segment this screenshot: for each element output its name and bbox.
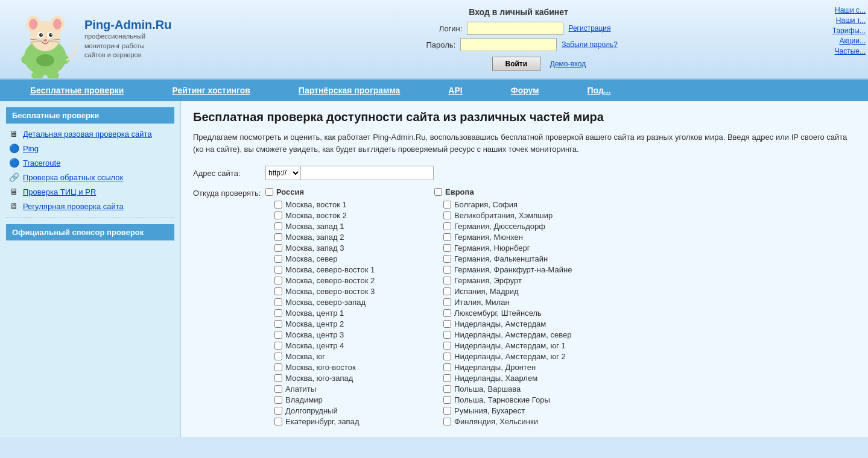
- url-input[interactable]: [301, 166, 434, 180]
- cb-r5[interactable]: [274, 255, 282, 263]
- europe-region-checkbox[interactable]: [434, 188, 442, 196]
- cb-r0[interactable]: [274, 201, 282, 209]
- main: Бесплатные проверки 🖥 Детальная разовая …: [0, 101, 868, 437]
- nav-item-rating[interactable]: Рейтинг хостингов: [148, 80, 274, 101]
- sidebar-link-regular[interactable]: Регулярная проверка сайта: [23, 202, 124, 211]
- cb-e3[interactable]: [443, 233, 451, 241]
- cb-r2[interactable]: [274, 222, 282, 230]
- sidebar-item-backlinks[interactable]: 🔗 Проверка обратных ссылок: [6, 172, 174, 183]
- cb-r11[interactable]: [274, 320, 282, 328]
- check-item-r11: Москва, центр 2: [265, 319, 416, 328]
- cb-r17[interactable]: [274, 385, 282, 393]
- nav-item-free[interactable]: Бесплатные проверки: [6, 80, 148, 101]
- sidebar-item-ping[interactable]: 🔵 Ping: [6, 143, 174, 154]
- sidebar-header: Бесплатные проверки: [6, 107, 174, 124]
- tic-icon: 🖥: [8, 186, 19, 197]
- cb-e17[interactable]: [443, 385, 451, 393]
- check-item-r20: Екатеринбург, запад: [265, 417, 416, 426]
- cb-e4[interactable]: [443, 244, 451, 252]
- cb-e16[interactable]: [443, 374, 451, 382]
- cb-r18[interactable]: [274, 396, 282, 404]
- cb-e8[interactable]: [443, 287, 451, 295]
- cb-e14[interactable]: [443, 353, 451, 360]
- cb-e9[interactable]: [443, 298, 451, 306]
- check-item-r7: Москва, северо-восток 2: [265, 276, 416, 285]
- checkboxes-area: Россия Москва, восток 1 Москва, восток 2…: [265, 187, 585, 428]
- cb-e12[interactable]: [443, 331, 451, 339]
- nav-item-api[interactable]: API: [424, 80, 486, 101]
- right-link-4[interactable]: Акции...: [839, 37, 868, 45]
- cb-e19[interactable]: [443, 407, 451, 415]
- cb-r1[interactable]: [274, 212, 282, 219]
- protocol-select[interactable]: http:// https://: [265, 166, 301, 180]
- sidebar-item-tic[interactable]: 🖥 Проверка ТИЦ и PR: [6, 186, 174, 197]
- ping-icon: 🔵: [8, 143, 19, 154]
- cb-e20[interactable]: [443, 418, 451, 425]
- cb-e13[interactable]: [443, 342, 451, 350]
- cb-r14[interactable]: [274, 353, 282, 360]
- sidebar-link-traceroute[interactable]: Traceroute: [23, 158, 60, 168]
- cb-r3[interactable]: [274, 233, 282, 241]
- cb-r7[interactable]: [274, 277, 282, 284]
- cb-e7[interactable]: [443, 277, 451, 284]
- nav-item-partner[interactable]: Партнёрская программа: [274, 80, 425, 101]
- right-link-5[interactable]: Частые...: [835, 47, 868, 55]
- cb-e5[interactable]: [443, 255, 451, 263]
- logo-mascot: [12, 6, 78, 72]
- sidebar-link-backlinks[interactable]: Проверка обратных ссылок: [23, 173, 123, 182]
- cb-e6[interactable]: [443, 266, 451, 274]
- check-item-e3: Германия, Мюнхен: [434, 233, 585, 242]
- demo-link[interactable]: Демо-вход: [550, 60, 586, 68]
- sidebar-item-regular[interactable]: 🖥 Регулярная проверка сайта: [6, 201, 174, 212]
- check-item-r18: Владимир: [265, 395, 416, 404]
- check-item-e10: Люксембург, Штейнсель: [434, 309, 585, 318]
- sidebar-item-traceroute[interactable]: 🔵 Traceroute: [6, 157, 174, 168]
- login-button[interactable]: Войти: [492, 57, 540, 71]
- cb-r19[interactable]: [274, 407, 282, 415]
- check-item-e7: Германия, Эрфурт: [434, 276, 585, 285]
- svg-point-9: [49, 33, 52, 37]
- cb-e0[interactable]: [443, 201, 451, 209]
- svg-point-8: [39, 33, 43, 37]
- cb-r16[interactable]: [274, 374, 282, 382]
- cb-r20[interactable]: [274, 418, 282, 425]
- login-input[interactable]: [467, 22, 563, 35]
- right-link-3[interactable]: Тарифы...: [832, 27, 868, 35]
- cb-r4[interactable]: [274, 244, 282, 252]
- password-input[interactable]: [460, 38, 557, 51]
- nav-item-more[interactable]: Под...: [563, 80, 635, 101]
- cb-r6[interactable]: [274, 266, 282, 274]
- forgot-link[interactable]: Забыли пароль?: [562, 40, 618, 49]
- cb-e1[interactable]: [443, 212, 451, 219]
- cb-e2[interactable]: [443, 222, 451, 230]
- europe-column: Европа Болгария, София Великобритания, Х…: [434, 187, 585, 428]
- traceroute-icon: 🔵: [8, 157, 19, 168]
- cb-r13[interactable]: [274, 342, 282, 350]
- cb-e10[interactable]: [443, 309, 451, 317]
- right-link-1[interactable]: Наши с...: [835, 6, 868, 14]
- cb-e15[interactable]: [443, 363, 451, 371]
- page-title: Бесплатная проверка доступности сайта из…: [193, 110, 856, 124]
- site-desc: профессиональный мониторинг работы сайто…: [84, 32, 171, 60]
- right-link-2[interactable]: Наши т...: [836, 16, 868, 25]
- cb-r9[interactable]: [274, 298, 282, 306]
- logo-text: Ping-Admin.Ru профессиональный мониторин…: [84, 18, 171, 60]
- russia-region-checkbox[interactable]: [265, 188, 273, 196]
- check-item-e12: Нидерланды, Амстердам, север: [434, 330, 585, 339]
- cb-r10[interactable]: [274, 309, 282, 317]
- check-row: Откуда проверять: Россия Москва, восток …: [193, 187, 856, 428]
- cb-e11[interactable]: [443, 320, 451, 328]
- cb-e18[interactable]: [443, 396, 451, 404]
- cb-r15[interactable]: [274, 363, 282, 371]
- svg-point-4: [29, 19, 37, 30]
- register-link[interactable]: Регистрация: [568, 24, 610, 33]
- sidebar-link-detail[interactable]: Детальная разовая проверка сайта: [23, 130, 152, 139]
- sidebar-item-detail[interactable]: 🖥 Детальная разовая проверка сайта: [6, 128, 174, 139]
- sidebar-link-tic[interactable]: Проверка ТИЦ и PR: [23, 187, 96, 196]
- right-links: Наши с... Наши т... Тарифы... Акции... Ч…: [832, 6, 868, 57]
- sidebar-link-ping[interactable]: Ping: [23, 144, 39, 153]
- cb-r12[interactable]: [274, 331, 282, 339]
- cb-r8[interactable]: [274, 287, 282, 295]
- check-item-r9: Москва, северо-запад: [265, 298, 416, 307]
- nav-item-forum[interactable]: Форум: [487, 80, 563, 101]
